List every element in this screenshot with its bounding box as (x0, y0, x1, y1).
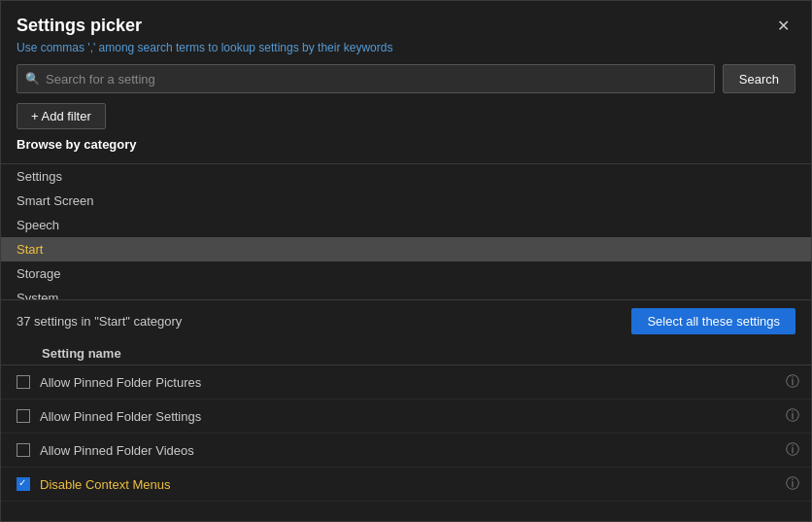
table-row: Disable Context Menusⓘ (1, 468, 811, 502)
search-input-wrap: 🔍 (17, 64, 715, 93)
row-left: Allow Pinned Folder Settings (17, 409, 201, 424)
table-row: Allow Pinned Folder Videosⓘ (1, 434, 811, 468)
browse-category-label: Browse by category (17, 135, 795, 156)
settings-info-bar: 37 settings in "Start" category Select a… (1, 300, 811, 342)
select-all-button[interactable]: Select all these settings (631, 308, 795, 334)
setting-checkbox[interactable] (17, 477, 30, 491)
category-item-speech[interactable]: Speech (1, 213, 811, 237)
info-icon[interactable]: ⓘ (786, 441, 799, 459)
row-left: Allow Pinned Folder Pictures (17, 375, 201, 390)
info-icon[interactable]: ⓘ (786, 475, 799, 493)
category-list: SettingsSmart ScreenSpeechStartStorageSy… (1, 164, 811, 299)
settings-table-header: Setting name (1, 342, 811, 365)
category-item-start[interactable]: Start (1, 237, 811, 261)
info-icon[interactable]: ⓘ (786, 407, 799, 425)
add-filter-button[interactable]: + Add filter (17, 103, 106, 129)
search-icon: 🔍 (25, 72, 40, 86)
setting-label: Allow Pinned Folder Settings (40, 409, 201, 424)
setting-label: Disable Context Menus (40, 477, 170, 492)
table-row: Allow Pinned Folder Settingsⓘ (1, 400, 811, 434)
settings-list: Allow Pinned Folder PicturesⓘAllow Pinne… (1, 365, 811, 521)
row-left: Allow Pinned Folder Videos (17, 443, 194, 458)
category-item-settings[interactable]: Settings (1, 164, 811, 189)
category-list-wrap: SettingsSmart ScreenSpeechStartStorageSy… (1, 164, 811, 299)
setting-checkbox[interactable] (17, 409, 30, 423)
setting-label: Allow Pinned Folder Pictures (40, 375, 201, 390)
category-item-storage[interactable]: Storage (1, 261, 811, 286)
close-button[interactable]: ✕ (771, 15, 795, 37)
setting-label: Allow Pinned Folder Videos (40, 443, 194, 458)
setting-checkbox[interactable] (17, 375, 30, 389)
row-left: Disable Context Menus (17, 477, 170, 492)
table-row: Allow Pinned Folder Picturesⓘ (1, 365, 811, 400)
title-row: Settings picker ✕ (17, 15, 795, 37)
category-item-system[interactable]: System (1, 286, 811, 299)
setting-checkbox[interactable] (17, 443, 30, 457)
bottom-section: 37 settings in "Start" category Select a… (1, 299, 811, 521)
info-icon[interactable]: ⓘ (786, 373, 799, 391)
category-list-section: SettingsSmart ScreenSpeechStartStorageSy… (1, 164, 811, 299)
search-input[interactable] (46, 65, 706, 92)
settings-count: 37 settings in "Start" category (17, 314, 182, 329)
dialog-title: Settings picker (17, 16, 142, 36)
dialog-subtitle: Use commas ',' among search terms to loo… (17, 41, 795, 54)
dialog-header: Settings picker ✕ Use commas ',' among s… (1, 1, 811, 164)
settings-picker-dialog: Settings picker ✕ Use commas ',' among s… (0, 0, 812, 522)
search-button[interactable]: Search (723, 64, 795, 93)
search-row: 🔍 Search (17, 64, 795, 93)
category-item-smart-screen[interactable]: Smart Screen (1, 189, 811, 213)
